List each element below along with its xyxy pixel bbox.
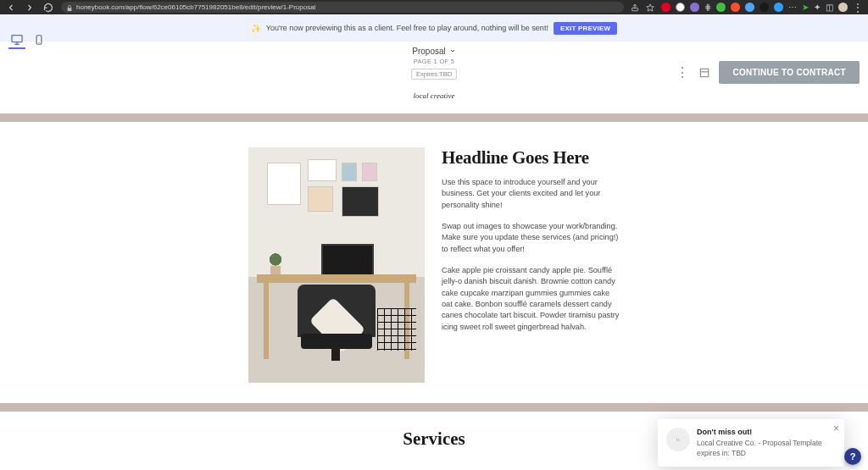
intro-text-column: Headline Goes Here Use this space to int… <box>442 147 620 383</box>
url-text: honeybook.com/app/flow/62ce06105cb775198… <box>76 3 315 11</box>
extensions-puzzle-icon[interactable]: ✦ <box>814 3 821 12</box>
brand-logo: local creative <box>414 91 455 100</box>
layout-toggle-button[interactable] <box>697 65 712 80</box>
divider-stripe <box>0 403 868 412</box>
toast-close-button[interactable]: × <box>833 423 839 434</box>
browser-toolbar: honeybook.com/app/flow/62ce06105cb775198… <box>0 0 868 14</box>
svg-rect-7 <box>701 69 709 76</box>
mobile-view-button[interactable] <box>31 32 47 49</box>
svg-marker-1 <box>647 3 654 10</box>
back-button[interactable] <box>5 2 17 14</box>
page-selector-dropdown[interactable]: Proposal <box>412 47 455 56</box>
continue-to-contract-button[interactable]: CONTINUE TO CONTRACT <box>719 61 860 84</box>
extension-icon[interactable] <box>716 3 726 12</box>
svg-rect-2 <box>12 36 22 42</box>
exit-preview-button[interactable]: EXIT PREVIEW <box>554 22 617 35</box>
intro-paragraph-2: Swap out images to showcase your work/br… <box>442 221 620 255</box>
more-options-button[interactable]: ⋮ <box>675 65 690 80</box>
extension-icon[interactable] <box>690 3 699 12</box>
share-icon[interactable] <box>631 0 639 15</box>
extension-icon[interactable] <box>676 3 685 12</box>
forward-button[interactable] <box>24 2 36 14</box>
device-toggle <box>8 30 47 49</box>
reload-button[interactable] <box>42 2 54 14</box>
extension-icon[interactable] <box>731 3 740 12</box>
chevron-down-icon <box>449 47 456 56</box>
help-button[interactable]: ? <box>844 448 861 465</box>
toast-avatar: lc <box>666 428 690 451</box>
sparkle-icon: ✨ <box>251 24 261 33</box>
address-bar[interactable]: honeybook.com/app/flow/62ce06105cb775198… <box>61 2 624 13</box>
divider-stripe <box>0 113 868 122</box>
hero-image <box>248 147 425 383</box>
dropdown-label: Proposal <box>412 47 445 56</box>
side-panel-icon[interactable]: ◫ <box>826 3 833 12</box>
desktop-view-button[interactable] <box>8 32 25 49</box>
intro-paragraph-3: Cake apple pie croissant candy apple pie… <box>442 265 620 333</box>
more-extensions-icon[interactable]: ⋯ <box>788 3 797 12</box>
intro-section: Headline Goes Here Use this space to int… <box>0 122 868 383</box>
extension-icon[interactable]: ➤ <box>802 3 809 12</box>
profile-avatar[interactable] <box>838 3 848 12</box>
bookmark-star-icon[interactable] <box>646 0 654 15</box>
pinterest-icon[interactable] <box>661 3 670 12</box>
extension-icon[interactable] <box>760 3 769 12</box>
page-count: PAGE 1 OF 5 <box>414 58 455 65</box>
lock-icon <box>66 0 73 15</box>
expires-badge: Expires:TBD <box>411 69 457 80</box>
banner-text: You're now previewing this as a client. … <box>266 24 548 32</box>
page-viewport: ✨ You're now previewing this as a client… <box>0 14 868 470</box>
extension-icon[interactable] <box>745 3 754 12</box>
chrome-menu-icon[interactable]: ⋮ <box>853 2 863 14</box>
intro-paragraph-1: Use this space to introduce yourself and… <box>442 177 620 211</box>
extension-icon[interactable] <box>774 3 783 12</box>
extension-icons: ⋕ ⋯ ➤ ✦ ◫ ⋮ <box>661 2 863 14</box>
reminder-toast: lc Don't miss out! Local Creative Co. - … <box>658 419 844 467</box>
headline: Headline Goes Here <box>442 147 620 169</box>
toast-title: Don't miss out! <box>697 428 834 436</box>
toast-body: Local Creative Co. - Proposal Template e… <box>697 439 834 458</box>
grid-icon[interactable]: ⋕ <box>704 3 711 12</box>
